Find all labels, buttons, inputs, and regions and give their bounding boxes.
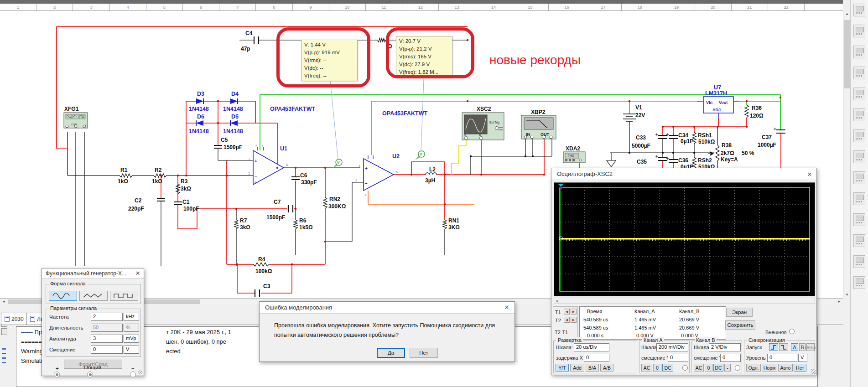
vscroll-thumb[interactable] <box>844 20 850 88</box>
component-icon[interactable] <box>853 108 865 121</box>
component-icon[interactable] <box>853 150 865 163</box>
offset-unit[interactable]: V <box>124 346 139 354</box>
chb-dc-button[interactable]: DC <box>713 364 723 372</box>
terminal[interactable] <box>550 136 552 139</box>
cha-0-button[interactable]: 0 <box>653 364 661 372</box>
rising-edge-button[interactable] <box>769 343 778 351</box>
sine-wave-button[interactable] <box>49 291 77 301</box>
component-icon[interactable] <box>853 213 865 226</box>
scope-scrollbar[interactable]: < <box>554 298 815 304</box>
tab-2030[interactable]: 2030 <box>1 313 27 325</box>
simulation-error-dialog[interactable]: Ошибка моделирования ✕ Произошла ошибка … <box>259 301 515 362</box>
cha-radio[interactable] <box>682 365 688 371</box>
plus-terminal[interactable] <box>54 372 60 377</box>
component-icon[interactable] <box>853 171 865 184</box>
funcgen-titlebar[interactable]: Функциональный генератор-X... <box>42 268 144 279</box>
chb-minus-button[interactable]: - <box>724 364 731 372</box>
scroll-left-icon[interactable]: < <box>556 299 559 304</box>
close-icon[interactable]: ✕ <box>134 269 142 278</box>
close-icon[interactable]: ✕ <box>806 170 814 179</box>
t2-right-button[interactable]: ▶ <box>571 317 577 323</box>
component-icon[interactable] <box>853 129 865 142</box>
function-generator-window[interactable]: Функциональный генератор-X... ✕ Форма си… <box>42 268 144 376</box>
frequency-field[interactable]: 2 <box>91 313 123 321</box>
canvas-vscrollbar[interactable]: ▲ ▼ <box>843 11 850 298</box>
amplitude-unit[interactable]: mVp <box>124 335 139 343</box>
normal-button[interactable]: Норм <box>762 364 777 372</box>
save-button[interactable]: Сохранить <box>725 320 755 330</box>
cha-yoff-field[interactable]: 0 <box>668 354 688 362</box>
auto-button[interactable]: Авто <box>778 364 793 372</box>
trigger-level-field[interactable]: 0 <box>767 354 797 362</box>
opamp-u2[interactable] <box>364 159 394 191</box>
panel-edge-icon[interactable] <box>1 328 7 335</box>
chb-ac-button[interactable]: AC <box>694 364 704 372</box>
ruler-cell: 20 <box>695 4 732 10</box>
scroll-left-icon[interactable]: ◄ <box>2 299 5 304</box>
close-icon[interactable]: ✕ <box>503 304 511 312</box>
terminal[interactable] <box>83 125 86 128</box>
square-wave-button[interactable] <box>110 291 138 301</box>
component-icon[interactable] <box>853 4 865 16</box>
chb-0-button[interactable]: 0 <box>705 364 712 372</box>
trigger-unit-field[interactable]: V <box>798 354 807 362</box>
channel-b-terminal[interactable] <box>480 137 483 140</box>
single-button[interactable]: Одн. <box>746 364 761 372</box>
ab-button[interactable]: A/B <box>600 364 613 372</box>
component-icon[interactable] <box>853 276 865 289</box>
chb-scale-field[interactable]: 2 V/Div <box>709 343 741 351</box>
schematic-label: 3kΩ <box>240 224 250 231</box>
scroll-up-icon[interactable]: ▲ <box>845 12 849 16</box>
offset-field[interactable]: 0 <box>91 346 123 354</box>
ext-trig-terminal[interactable] <box>495 127 499 130</box>
xdelay-field[interactable]: 0 <box>584 354 609 362</box>
cha-dc-button[interactable]: DC <box>662 364 673 372</box>
component-icon[interactable] <box>853 234 865 247</box>
component-icon[interactable] <box>853 255 865 268</box>
terminal[interactable] <box>530 136 533 139</box>
cha-ac-button[interactable]: AC <box>641 364 652 372</box>
chb-yoff-field[interactable]: 0 <box>720 354 741 362</box>
component-icon[interactable] <box>853 67 865 79</box>
none-button[interactable]: Нет <box>794 364 806 372</box>
component-icon[interactable] <box>853 25 865 37</box>
t2-left-button[interactable]: ◀ <box>564 317 570 323</box>
resize-grip[interactable] <box>811 369 816 374</box>
chb-radio[interactable] <box>735 365 740 371</box>
screen-button[interactable]: Экран <box>726 308 753 317</box>
yt-button[interactable]: Y/T <box>556 364 569 372</box>
falling-edge-button[interactable] <box>779 343 788 351</box>
diode-symbol <box>196 98 203 104</box>
scroll-down-icon[interactable]: ▼ <box>845 293 849 297</box>
button-icon <box>565 159 567 161</box>
amplitude-field[interactable]: 3 <box>91 335 123 343</box>
timebase-scale-field[interactable]: 20 us/Div <box>574 343 609 351</box>
terminal[interactable] <box>66 125 68 128</box>
oscilloscope-window[interactable]: Осциллограф-XSC2 ✕ <box>551 168 817 375</box>
ba-button[interactable]: B/A <box>586 364 599 372</box>
trigger-ext-button[interactable]: Внеш <box>806 343 815 351</box>
yes-button[interactable]: Да <box>377 348 405 358</box>
cha-scale-field[interactable]: 200 mV/Div <box>656 343 688 351</box>
oscilloscope-titlebar[interactable]: Осциллограф-XSC2 <box>551 168 816 180</box>
triangle-wave-button[interactable] <box>79 291 108 301</box>
scroll-right-icon[interactable]: ► <box>837 299 841 304</box>
schematic-label: 4 <box>255 180 256 184</box>
no-button[interactable]: Нет <box>410 348 438 358</box>
frequency-unit[interactable]: kHz <box>124 313 139 321</box>
component-icon[interactable] <box>853 88 865 100</box>
external-radio[interactable] <box>789 329 795 334</box>
channel-a-terminal[interactable] <box>465 137 468 140</box>
trigger-a-button[interactable]: A <box>791 343 798 351</box>
trigger-b-button[interactable]: B <box>799 343 806 351</box>
resize-grip[interactable] <box>138 370 142 374</box>
component-icon[interactable] <box>853 46 865 58</box>
opamp-u1[interactable] <box>253 150 284 185</box>
component-icon[interactable] <box>853 192 865 205</box>
minus-terminal[interactable] <box>130 372 136 377</box>
t1-right-button[interactable]: ▶ <box>571 309 577 315</box>
add-button[interactable]: Add <box>570 364 584 372</box>
common-terminal[interactable] <box>87 372 93 377</box>
t1-left-button[interactable]: ◀ <box>564 309 570 315</box>
terminal[interactable] <box>579 159 582 161</box>
